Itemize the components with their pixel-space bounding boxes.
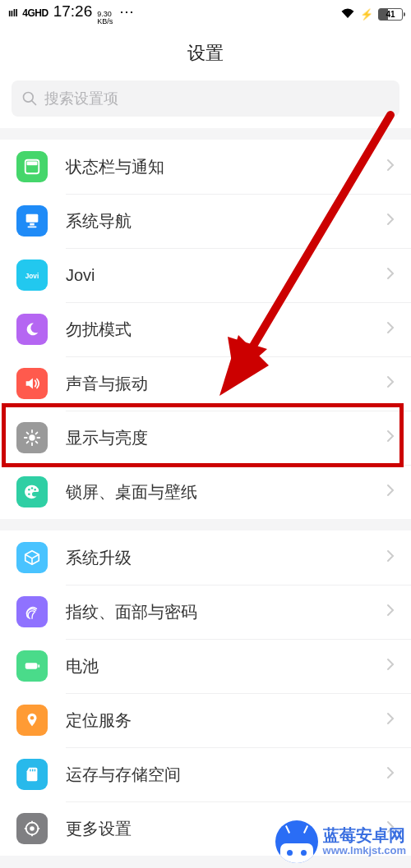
svg-line-1 <box>32 101 36 105</box>
charging-icon: ⚡ <box>360 8 373 21</box>
svg-point-8 <box>29 434 35 440</box>
sd-card-icon <box>16 759 48 790</box>
fingerprint-icon <box>16 596 48 627</box>
watermark-title: 蓝莓安卓网 <box>323 826 406 845</box>
item-label: 勿扰模式 <box>66 319 368 341</box>
svg-rect-3 <box>27 162 38 166</box>
signal-icon: ııll <box>8 7 17 19</box>
svg-rect-26 <box>35 769 35 772</box>
item-lockscreen-wallpaper[interactable]: 锁屏、桌面与壁纸 <box>0 465 411 519</box>
search-placeholder: 搜索设置项 <box>44 89 118 108</box>
item-system-navigation[interactable]: 系统导航 <box>0 194 411 248</box>
item-location-services[interactable]: 定位服务 <box>0 693 411 747</box>
settings-group-1: 状态栏与通知 系统导航 Jovi Jovi 勿扰模式 声音与振动 显示与 <box>0 140 411 519</box>
item-label: 声音与振动 <box>66 373 368 395</box>
svg-line-14 <box>36 442 38 443</box>
navigation-icon <box>16 205 48 237</box>
chevron-right-icon <box>386 766 395 783</box>
chevron-right-icon <box>386 604 395 620</box>
svg-rect-22 <box>38 664 39 668</box>
settings-group-2: 系统升级 指纹、面部与密码 电池 定位服务 运存与存储空间 更多设置 <box>0 530 411 856</box>
svg-rect-21 <box>25 663 38 668</box>
network-label: 4GHD <box>22 7 48 19</box>
status-time: 17:26 <box>53 2 93 21</box>
chevron-right-icon <box>386 658 395 674</box>
item-label: 锁屏、桌面与壁纸 <box>66 481 368 503</box>
watermark-url: www.lmkjst.com <box>323 845 406 857</box>
item-label: 状态栏与通知 <box>66 156 368 178</box>
status-bar-icon <box>16 151 48 182</box>
svg-point-17 <box>28 489 30 491</box>
item-system-update[interactable]: 系统升级 <box>0 530 411 585</box>
item-sound-vibration[interactable]: 声音与振动 <box>0 356 411 411</box>
item-label: 显示与亮度 <box>66 427 368 449</box>
svg-line-16 <box>36 433 38 434</box>
svg-rect-4 <box>26 214 39 223</box>
chevron-right-icon <box>386 712 395 728</box>
item-biometrics-password[interactable]: 指纹、面部与密码 <box>0 585 411 639</box>
item-status-notifications[interactable]: 状态栏与通知 <box>0 140 411 194</box>
chevron-right-icon <box>386 429 395 446</box>
search-input[interactable]: 搜索设置项 <box>12 80 399 117</box>
status-bar: ııll 4GHD 17:26 9.30 KB/s ⋯ ⚡ 41 <box>0 0 411 28</box>
svg-line-15 <box>27 442 29 443</box>
battery-icon: 41 <box>378 8 403 21</box>
palette-icon <box>16 476 48 507</box>
jovi-icon: Jovi <box>16 259 48 291</box>
item-label: 定位服务 <box>66 710 368 732</box>
item-label: 指纹、面部与密码 <box>66 601 368 623</box>
item-jovi[interactable]: Jovi Jovi <box>0 248 411 302</box>
item-display-brightness[interactable]: 显示与亮度 <box>0 411 411 465</box>
svg-line-13 <box>27 433 29 434</box>
chevron-right-icon <box>386 484 395 500</box>
chevron-right-icon <box>386 267 395 283</box>
item-label: 运存与存储空间 <box>66 764 368 786</box>
battery-percent: 41 <box>379 10 402 19</box>
wifi-icon <box>340 7 355 21</box>
item-label: Jovi <box>66 266 368 285</box>
chevron-right-icon <box>386 549 395 566</box>
svg-point-23 <box>30 716 35 720</box>
watermark: 蓝莓安卓网 www.lmkjst.com <box>275 820 406 863</box>
svg-point-20 <box>28 493 30 495</box>
item-label: 系统导航 <box>66 210 368 232</box>
chevron-right-icon <box>386 375 395 392</box>
svg-rect-6 <box>28 226 37 227</box>
more-icon: ⋯ <box>119 7 133 16</box>
net-speed-unit: KB/s <box>97 18 113 25</box>
chevron-right-icon <box>386 213 395 229</box>
item-ram-storage[interactable]: 运存与存储空间 <box>0 747 411 801</box>
moon-icon <box>16 314 48 345</box>
search-icon <box>21 90 38 107</box>
location-pin-icon <box>16 705 48 736</box>
gear-icon <box>16 813 48 844</box>
item-do-not-disturb[interactable]: 勿扰模式 <box>0 302 411 356</box>
item-battery[interactable]: 电池 <box>0 639 411 693</box>
svg-rect-5 <box>30 223 35 226</box>
cube-icon <box>16 542 48 573</box>
svg-point-28 <box>30 826 35 831</box>
battery-icon <box>16 650 48 682</box>
svg-text:Jovi: Jovi <box>25 273 39 280</box>
chevron-right-icon <box>386 321 395 338</box>
svg-point-19 <box>34 489 36 491</box>
brightness-icon <box>16 422 48 453</box>
svg-rect-25 <box>32 769 33 772</box>
page-title: 设置 <box>0 28 411 80</box>
item-label: 系统升级 <box>66 547 368 569</box>
item-label: 电池 <box>66 655 368 677</box>
watermark-logo-icon <box>275 820 318 863</box>
svg-rect-24 <box>30 769 30 772</box>
chevron-right-icon <box>386 158 395 175</box>
svg-point-18 <box>31 487 34 489</box>
speaker-icon <box>16 368 48 399</box>
